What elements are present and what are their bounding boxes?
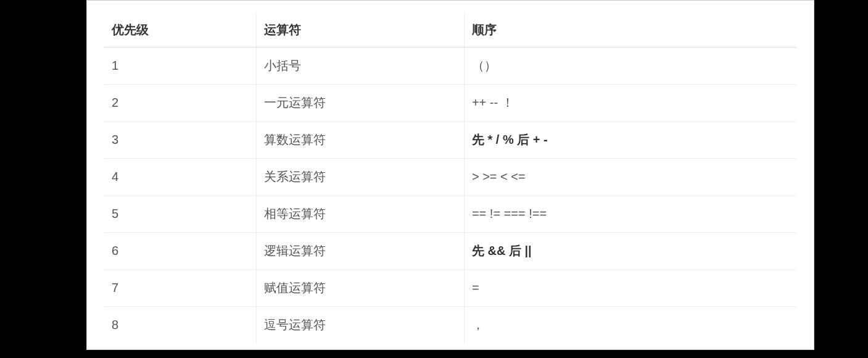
cell-operator: 赋值运算符: [257, 270, 465, 307]
cell-priority: 2: [104, 85, 257, 122]
cell-priority: 7: [104, 270, 257, 307]
operator-precedence-panel: 优先级 运算符 顺序 1 小括号 （） 2 一元运算符 ++ -- ！ 3 算数…: [86, 0, 814, 350]
cell-operator: 逻辑运算符: [257, 233, 465, 270]
table-row: 8 逗号运算符 ，: [104, 307, 796, 344]
cell-order: （）: [464, 48, 796, 85]
cell-order: 先 * / % 后 + -: [464, 122, 796, 159]
cell-operator: 关系运算符: [257, 159, 465, 196]
cell-priority: 1: [104, 48, 257, 85]
table-body: 1 小括号 （） 2 一元运算符 ++ -- ！ 3 算数运算符 先 * / %…: [104, 48, 796, 344]
table-row: 1 小括号 （）: [104, 48, 796, 85]
cell-priority: 4: [104, 159, 257, 196]
cell-priority: 8: [104, 307, 257, 344]
cell-order: > >= < <=: [464, 159, 796, 196]
cell-operator: 逗号运算符: [257, 307, 465, 344]
header-order: 顺序: [464, 13, 796, 48]
table-row: 7 赋值运算符 =: [104, 270, 796, 307]
table-row: 3 算数运算符 先 * / % 后 + -: [104, 122, 796, 159]
table-row: 4 关系运算符 > >= < <=: [104, 159, 796, 196]
cell-order: ++ -- ！: [464, 85, 796, 122]
cell-order: =: [464, 270, 796, 307]
cell-operator: 算数运算符: [257, 122, 465, 159]
table-row: 2 一元运算符 ++ -- ！: [104, 85, 796, 122]
header-priority: 优先级: [104, 13, 257, 48]
cell-order: 先 && 后 ||: [464, 233, 796, 270]
cell-priority: 5: [104, 196, 257, 233]
cell-operator: 相等运算符: [257, 196, 465, 233]
cell-operator: 小括号: [257, 48, 465, 85]
cell-priority: 3: [104, 122, 257, 159]
cell-order: == != === !==: [464, 196, 796, 233]
cell-priority: 6: [104, 233, 257, 270]
cell-order: ，: [464, 307, 796, 344]
header-operator: 运算符: [257, 13, 465, 48]
table-row: 5 相等运算符 == != === !==: [104, 196, 796, 233]
operator-precedence-table: 优先级 运算符 顺序 1 小括号 （） 2 一元运算符 ++ -- ！ 3 算数…: [104, 13, 796, 343]
cell-operator: 一元运算符: [257, 85, 465, 122]
table-row: 6 逻辑运算符 先 && 后 ||: [104, 233, 796, 270]
table-header-row: 优先级 运算符 顺序: [104, 13, 796, 48]
